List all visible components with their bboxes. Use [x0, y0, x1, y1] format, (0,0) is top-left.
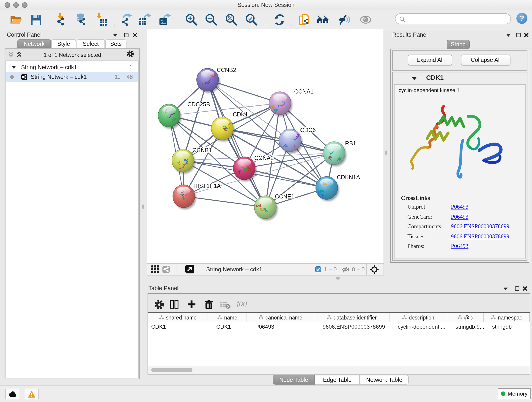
table-cell[interactable]: P06493 [247, 323, 314, 331]
network-graph[interactable]: CCNB2CCNA1CDC25BCDK1CDC6RB1CCNB1CCNA2CDK… [147, 29, 385, 263]
table-panel-float-icon[interactable] [515, 286, 520, 291]
save-session-button[interactable] [29, 13, 43, 27]
control-panel-close-icon[interactable] [133, 32, 138, 38]
export-table-button[interactable] [138, 13, 152, 27]
network-overview-icon[interactable] [162, 265, 170, 273]
scrollbar-thumb[interactable] [151, 368, 192, 372]
zoom-out-button[interactable] [204, 13, 218, 27]
import-table-button[interactable] [94, 13, 108, 27]
table-settings-gear-icon[interactable] [154, 299, 165, 310]
vertical-splitter-handle[interactable] [142, 204, 144, 209]
crosslink-link[interactable]: 9606.ENSP00000378699 [451, 233, 509, 240]
network-node-HIST1H1A[interactable] [173, 185, 196, 210]
help-button[interactable]: ? [516, 13, 527, 24]
expand-all-networks-icon[interactable] [16, 51, 22, 58]
network-row-label: String Network – cdk1 [31, 74, 87, 80]
zoom-selected-button[interactable] [245, 13, 259, 27]
network-node-CDC6[interactable] [279, 129, 302, 153]
results-panel-close-icon[interactable] [524, 32, 529, 38]
network-node-label: CDK1 [233, 111, 248, 118]
collapse-all-networks-icon[interactable] [8, 51, 14, 58]
home-button[interactable] [316, 13, 330, 27]
refresh-button[interactable] [273, 13, 286, 27]
column-header-description[interactable]: description [389, 313, 447, 322]
export-network-button[interactable] [120, 13, 134, 27]
horizontal-splitter-handle[interactable] [336, 277, 340, 280]
open-session-button[interactable] [9, 13, 23, 27]
network-node-CCNA1[interactable] [269, 92, 292, 116]
table-row[interactable]: CDK1CDK1P064939606.ENSP00000378699cyclin… [148, 323, 530, 331]
crosslink-link[interactable]: P06493 [451, 243, 468, 249]
column-header-namespac[interactable]: namespac [484, 313, 530, 322]
copy-network-button[interactable] [298, 13, 312, 27]
delete-column-icon[interactable] [203, 299, 214, 310]
table-cell[interactable]: CDK1 [148, 323, 208, 331]
table-cell[interactable]: cyclin-dependent ... [389, 323, 447, 331]
network-node-CDK1[interactable] [211, 117, 234, 142]
column-header-shared-name[interactable]: shared name [148, 313, 208, 322]
network-node-CCNB2[interactable] [196, 68, 220, 93]
network-node-CDKN1A[interactable] [316, 177, 339, 201]
tab-sets[interactable]: Sets [105, 39, 127, 49]
gene-section-expander-icon[interactable] [412, 77, 417, 81]
tab-network[interactable]: Network [17, 39, 51, 49]
import-database-button[interactable] [74, 13, 88, 27]
network-node-RB1[interactable] [323, 142, 346, 166]
network-tree-root-row[interactable]: String Network – cdk1 1 [6, 63, 139, 71]
crosslink-link[interactable]: P06493 [451, 213, 468, 220]
table-cell[interactable]: 9606.ENSP00000378699 [314, 323, 389, 331]
selected-checkbox-icon[interactable] [315, 266, 321, 272]
table-cell[interactable]: stringdb:9... [447, 323, 484, 331]
zoom-in-button[interactable] [185, 13, 198, 27]
column-header-name[interactable]: name [208, 313, 247, 322]
grid-view-icon[interactable] [151, 265, 159, 273]
import-network-button[interactable] [55, 13, 68, 27]
hide-unhide-button[interactable] [336, 13, 350, 27]
network-edge[interactable] [169, 103, 280, 115]
detach-view-icon[interactable] [185, 264, 194, 274]
tab-style[interactable]: Style [51, 39, 76, 49]
network-node-CCNE1[interactable] [254, 196, 278, 220]
network-canvas[interactable]: CCNB2CCNA1CDC25BCDK1CDC6RB1CCNB1CCNA2CDK… [147, 29, 384, 263]
results-panel-menu-icon[interactable] [506, 33, 511, 37]
horizontal-scrollbar[interactable] [148, 366, 530, 374]
network-node-CCNA2[interactable] [233, 157, 257, 182]
table-cell[interactable]: stringdb [484, 323, 530, 331]
table-panel-menu-icon[interactable] [503, 287, 508, 291]
crosslink-link[interactable]: 9606.ENSP00000378699 [451, 223, 509, 230]
expand-all-button[interactable]: Expand All [408, 55, 452, 65]
hidden-eye-slash-icon[interactable] [341, 266, 349, 273]
cloud-status-button[interactable] [6, 389, 19, 399]
column-header-@id[interactable]: @id [447, 313, 484, 322]
table-cell[interactable]: CDK1 [208, 323, 247, 331]
search-input[interactable] [408, 14, 507, 23]
crosslink-link[interactable]: P06493 [451, 204, 468, 210]
tab-select[interactable]: Select [76, 39, 105, 49]
warnings-button[interactable] [25, 389, 38, 399]
zoom-fit-button[interactable] [225, 13, 238, 27]
tab-node-table[interactable]: Node Table [273, 375, 315, 385]
birds-eye-view-icon[interactable] [370, 265, 379, 274]
vertical-splitter-handle[interactable] [385, 150, 387, 155]
create-column-icon[interactable] [186, 299, 196, 309]
search-box[interactable] [395, 13, 511, 24]
column-header-canonical-name[interactable]: canonical name [247, 313, 314, 322]
collapse-all-button[interactable]: Collapse All [461, 55, 510, 65]
tree-expander-icon[interactable] [12, 65, 16, 69]
memory-button[interactable]: Memory [498, 388, 531, 399]
tab-string[interactable]: String [447, 40, 470, 49]
tab-network-table[interactable]: Network Table [360, 375, 409, 385]
show-columns-icon[interactable] [169, 299, 179, 309]
network-tree-row-selected[interactable]: String Network – cdk1 11 48 [6, 72, 138, 82]
control-panel-float-icon[interactable] [124, 32, 129, 38]
show-graphics-button[interactable] [359, 13, 373, 27]
control-panel-menu-icon[interactable] [113, 33, 118, 37]
column-type-icon [159, 315, 164, 320]
table-panel-close-icon[interactable] [522, 286, 527, 291]
export-image-button[interactable] [158, 13, 172, 27]
refresh-icon [273, 13, 286, 27]
network-options-gear-icon[interactable] [127, 50, 134, 58]
tab-edge-table[interactable]: Edge Table [315, 375, 360, 385]
results-panel-float-icon[interactable] [516, 32, 521, 38]
column-header-database-identifier[interactable]: database identifier [314, 313, 389, 322]
